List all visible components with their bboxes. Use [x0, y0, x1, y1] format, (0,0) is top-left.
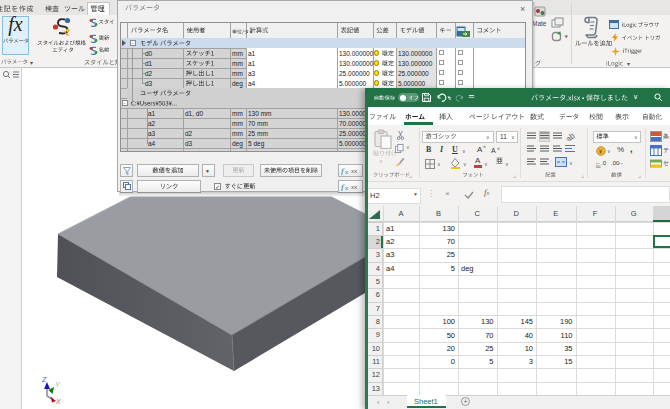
svg-text:Y: Y: [55, 381, 61, 388]
svg-text:xx: xx: [351, 168, 357, 174]
svg-text:x: x: [345, 169, 348, 175]
svg-text:xx: xx: [351, 184, 357, 190]
svg-text:X: X: [55, 398, 61, 405]
svg-text:¥: ¥: [599, 148, 603, 155]
svg-text:00: 00: [596, 164, 601, 168]
svg-text:ab: ab: [566, 131, 576, 141]
svg-text:Z: Z: [41, 376, 47, 383]
svg-text:x: x: [345, 185, 348, 191]
svg-text:→: →: [618, 160, 624, 166]
